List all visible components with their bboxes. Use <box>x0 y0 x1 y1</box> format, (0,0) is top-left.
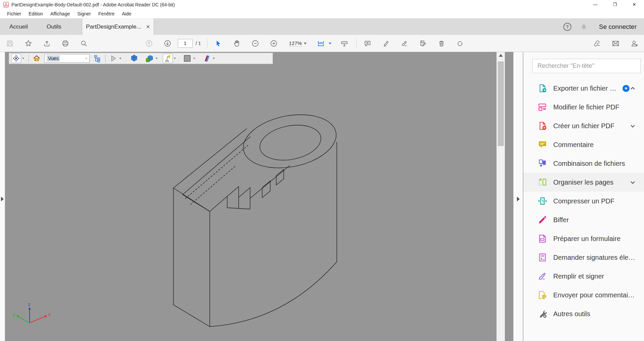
menu-item-fichier[interactable]: Fichier <box>3 10 25 18</box>
model-tree-icon[interactable] <box>92 54 103 63</box>
chevron-down-icon[interactable] <box>630 179 636 186</box>
background-color-caret-icon[interactable] <box>193 58 195 59</box>
tool-item-create-pdf[interactable]: Créer un fichier PDF ★ <box>523 116 644 135</box>
chevron-up-icon[interactable] <box>630 85 636 92</box>
views-dropdown[interactable]: Vues ˅ <box>44 54 90 63</box>
star-icon[interactable] <box>23 37 34 49</box>
tool-item-request-signatures[interactable]: Demander signatures électron... ★ <box>523 248 644 267</box>
menu-item-fenetre[interactable]: Fenêtre <box>94 10 118 18</box>
render-mode-caret-icon[interactable] <box>156 58 158 59</box>
search-icon[interactable] <box>78 37 89 49</box>
cross-section-caret-icon[interactable] <box>213 58 215 59</box>
print-icon[interactable] <box>59 37 71 49</box>
window-title: PartDesignExample-Body-Default-002.pdf -… <box>11 2 175 7</box>
tab-close-icon[interactable]: ✕ <box>146 24 150 30</box>
window-controls: — ❐ ✕ <box>586 0 644 9</box>
document-canvas[interactable]: z x y Vues ˅ <box>5 52 505 341</box>
share-link-icon[interactable] <box>591 37 602 49</box>
prepare-form-icon <box>537 234 548 244</box>
select-tool-icon[interactable] <box>213 37 224 49</box>
tool-item-organize-pages[interactable]: Organiser les pages ★ <box>523 173 644 192</box>
scroll-up-icon[interactable] <box>499 54 503 57</box>
axis-z-label: z <box>28 302 30 307</box>
minimize-button[interactable]: — <box>586 0 605 9</box>
menu-item-signer[interactable]: Signer <box>74 10 94 18</box>
tool-item-label: Remplir et signer <box>553 273 604 280</box>
page-number-input[interactable] <box>178 39 193 48</box>
tool-item-label: Modifier le fichier PDF <box>553 103 619 111</box>
collapse-tools-panel-icon[interactable] <box>517 197 520 201</box>
menu-item-affichage[interactable]: Affichage <box>47 10 74 18</box>
page-count-label: / 1 <box>196 41 201 46</box>
save-icon[interactable] <box>4 37 15 49</box>
sign-in-button[interactable]: Se connecter <box>596 23 637 31</box>
zoom-in-icon[interactable] <box>268 37 280 49</box>
zoom-level-value[interactable]: 127% <box>289 40 302 47</box>
render-mode-icon[interactable] <box>145 54 155 63</box>
tool-item-send-for-comments[interactable]: Envoyer pour commentaires ★ <box>523 286 644 304</box>
organize-pages-icon <box>537 177 548 187</box>
tool-item-export-pdf[interactable]: Exporter un fichier PDF ★ <box>523 79 644 98</box>
restore-button[interactable]: ❐ <box>605 0 625 9</box>
tool-item-compress-pdf[interactable]: Compresser un PDF ★ <box>523 192 644 210</box>
sign-pen-icon[interactable] <box>399 37 410 49</box>
views-dropdown-value: Vues <box>47 55 60 61</box>
tab-home[interactable]: Accueil <box>0 18 37 35</box>
cross-section-icon[interactable] <box>202 54 212 63</box>
zoom-out-icon[interactable] <box>250 37 261 49</box>
read-mode-icon[interactable] <box>339 37 350 49</box>
expand-nav-pane-icon[interactable] <box>1 197 4 201</box>
tool-item-prepare-form[interactable]: Préparer un formulaire ★ <box>523 229 644 248</box>
email-icon[interactable] <box>610 37 621 49</box>
tool-item-more-tools[interactable]: Autres outils ★ <box>523 304 644 323</box>
tool-item-label: Exporter un fichier PDF <box>553 85 619 92</box>
notifications-bell-icon[interactable] <box>580 23 588 31</box>
tool-item-edit-pdf[interactable]: Modifier le fichier PDF ★ <box>523 98 644 116</box>
vertical-scrollbar[interactable] <box>496 52 505 341</box>
previous-page-icon[interactable] <box>143 37 155 49</box>
tool-item-fill-sign[interactable]: Remplir et signer ★ <box>523 267 644 286</box>
3d-rotate-tool-icon[interactable] <box>11 54 21 63</box>
tool-item-label: Biffer <box>553 216 569 224</box>
tool-item-comment[interactable]: Commentaire ★ <box>523 135 644 154</box>
default-view-home-icon[interactable] <box>32 54 42 63</box>
tool-item-redact[interactable]: Biffer ★ <box>523 210 644 229</box>
menu-item-aide[interactable]: Aide <box>118 10 135 18</box>
hand-tool-icon[interactable] <box>231 37 243 49</box>
tools-search-input[interactable] <box>532 59 641 73</box>
lighting-icon[interactable] <box>163 54 173 63</box>
views-dropdown-chevron-icon: ˅ <box>85 56 87 60</box>
tab-document[interactable]: PartDesignExample... ✕ <box>82 18 154 35</box>
play-animation-icon[interactable] <box>108 54 118 63</box>
next-page-icon[interactable] <box>162 37 173 49</box>
add-user-icon[interactable] <box>629 37 640 49</box>
delete-icon[interactable] <box>436 37 447 49</box>
tool-item-label: Préparer un formulaire <box>553 235 620 243</box>
3d-rotate-caret-icon[interactable] <box>22 58 24 59</box>
highlight-icon[interactable] <box>380 37 392 49</box>
background-color-icon[interactable] <box>182 54 192 63</box>
close-button[interactable]: ✕ <box>625 0 644 9</box>
page-fit-icon[interactable] <box>315 37 327 49</box>
edit-document-icon[interactable] <box>417 37 429 49</box>
projection-cube-icon[interactable] <box>129 54 139 63</box>
acrobat-reader-window: PartDesignExample-Body-Default-002.pdf -… <box>0 0 644 341</box>
tool-item-label: Autres outils <box>553 310 590 318</box>
create-pdf-icon <box>537 121 548 131</box>
zoom-caret-icon[interactable] <box>304 43 307 44</box>
comment-icon[interactable] <box>362 37 373 49</box>
tool-item-combine-files[interactable]: Combinaison de fichiers ★ <box>523 154 644 173</box>
menu-item-edition[interactable]: Edition <box>25 10 47 18</box>
play-animation-caret-icon[interactable] <box>119 58 121 59</box>
tab-tools[interactable]: Outils <box>37 18 71 35</box>
share-upload-icon[interactable] <box>41 37 52 49</box>
title-bar: PartDesignExample-Body-Default-002.pdf -… <box>0 0 644 9</box>
refresh-icon[interactable] <box>454 37 466 49</box>
tool-item-label: Commentaire <box>553 141 594 149</box>
chevron-down-icon[interactable] <box>630 123 636 129</box>
page-fit-caret-icon[interactable] <box>329 43 331 44</box>
scrollbar-thumb[interactable] <box>498 61 504 146</box>
tools-list: Exporter un fichier PDF ★ Modifier le fi… <box>523 79 644 323</box>
help-icon[interactable]: ? <box>563 23 571 31</box>
lighting-caret-icon[interactable] <box>174 58 176 59</box>
